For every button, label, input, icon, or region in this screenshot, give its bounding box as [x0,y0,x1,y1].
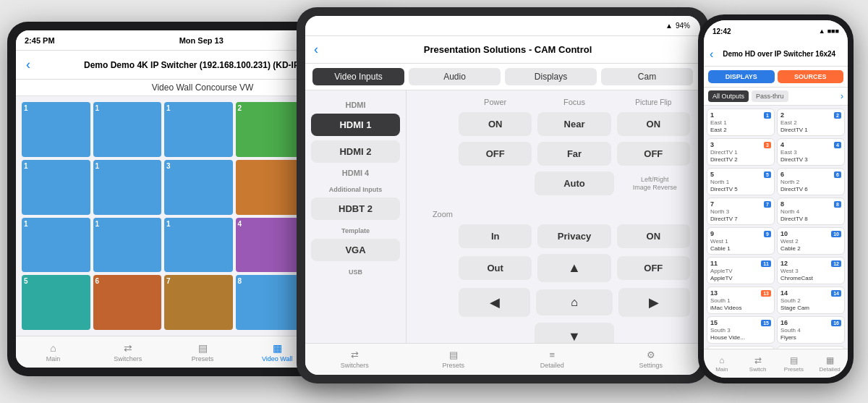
tc-hdmi-label: HDMI [311,101,400,109]
pr-cell-6[interactable]: 6 6 North 2 DirectTV 6 [777,168,845,195]
ctrl-up-arrow[interactable]: ▲ [537,254,610,282]
tc-tabbar: ⇄ Switchers ▤ Presets ≡ Detailed ⚙ Setti… [305,343,700,375]
tc-tab-presets[interactable]: ▤ Presets [404,349,503,369]
tc-hdbt2-btn[interactable]: HDBT 2 [311,198,400,220]
ctrl-row-down: ▼ [417,323,690,343]
ctrl-out-btn[interactable]: Out [459,256,532,280]
phone-screen: 12:42 ▲ ■■■ ‹ Demo HD over IP Switcher 1… [704,20,848,378]
vg-cell-12[interactable]: 4 [236,218,305,273]
tc-battery: 94% [676,22,690,30]
tc-hdmi2-btn[interactable]: HDMI 2 [311,140,400,163]
vg-cell-10[interactable]: 1 [93,218,162,273]
tc-tab-cam[interactable]: Cam [601,68,693,85]
pr-back-button[interactable]: ‹ [710,48,713,61]
tl-tab-switchers[interactable]: ⇄ Switchers [90,342,165,362]
vg-cell-13[interactable]: 5 [22,275,90,330]
pr-cell-1[interactable]: 1 1 East 1 East 2 [707,109,775,136]
vg-cell-6[interactable]: 1 [93,160,162,215]
pr-cell-8[interactable]: 8 8 North 4 DirectTV 8 [777,198,845,225]
tl-tab-switchers-label: Switchers [114,355,142,362]
pr-sub-tab-passthru[interactable]: Pass-thru [752,90,788,102]
ctrl-focus-label: Focus [537,98,610,106]
pr-tab-displays[interactable]: DISPLAYS [708,70,775,83]
tc-tab-settings-label: Settings [639,362,663,369]
pr-tab-switch[interactable]: ⇄ Switch [740,355,776,373]
tc-tab-settings[interactable]: ⚙ Settings [602,349,701,369]
ctrl-off1-btn[interactable]: OFF [459,142,532,166]
ctrl-near-btn[interactable]: Near [537,112,610,136]
pr-cell-7[interactable]: 7 7 North 3 DirectTV 7 [707,198,775,225]
tc-hdmi1-btn[interactable]: HDMI 1 [311,114,400,136]
ctrl-home-btn[interactable]: ⌂ [536,289,612,315]
pr-tab-main[interactable]: ⌂ Main [704,355,740,373]
pr-tab-presets[interactable]: ▤ Presets [776,355,812,373]
tc-main: HDMI HDMI 1 HDMI 2 HDMI 4 Additional Inp… [305,90,700,343]
pr-cell-15[interactable]: 15 15 South 3 House Vide... [707,316,775,344]
ctrl-header-row: Power Focus Picture Flip [417,98,690,106]
tl-tab-presets[interactable]: ▤ Presets [165,342,239,362]
ctrl-picture-flip-label: Picture Flip [617,98,690,106]
pr-tab-sources[interactable]: SOURCES [778,70,844,83]
pr-cell-4[interactable]: 4 4 East 3 DirectTV 3 [777,138,845,166]
tc-detailed-icon: ≡ [549,349,555,360]
ctrl-privacy-btn[interactable]: Privacy [537,224,610,248]
pr-tab-switch-label: Switch [749,366,767,373]
vg-cell-1[interactable]: 1 [22,102,90,157]
vg-cell-9[interactable]: 1 [22,218,90,273]
pr-cell-13[interactable]: 13 13 South 1 iMac Videos [707,287,775,314]
pr-cell-16[interactable]: 16 16 South 4 Flyers [777,316,845,344]
vg-cell-15[interactable]: 7 [164,275,233,330]
pr-cell-14[interactable]: 14 14 South 2 Stage Cam [777,287,845,314]
vg-cell-11[interactable]: 1 [164,218,233,273]
pr-sub-tab-all[interactable]: All Outputs [708,90,749,102]
pr-grid: 1 1 East 1 East 2 2 2 East 2 DirectTV 1 … [704,106,848,349]
pr-cell-2[interactable]: 2 2 East 2 DirectTV 1 [777,109,845,136]
ctrl-row-auto: Auto Left/RightImage Reverse [417,171,690,195]
tl-tab-main[interactable]: ⌂ Main [16,342,90,362]
tc-presets-icon: ▤ [449,349,458,360]
vg-cell-5[interactable]: 1 [22,160,90,215]
ctrl-off2-btn[interactable]: OFF [617,142,690,166]
ctrl-left-arrow[interactable]: ◀ [459,288,530,317]
ctrl-on3-btn[interactable]: ON [617,224,690,248]
tc-tab-displays[interactable]: Displays [505,68,597,85]
vg-cell-7[interactable]: 3 [164,160,233,215]
tc-tab-detailed-label: Detailed [540,362,564,369]
pr-cell-9[interactable]: 9 9 West 1 Cable 1 [707,227,775,255]
videowall-icon: ▦ [273,342,282,354]
tc-tab-video-inputs[interactable]: Video Inputs [312,68,404,85]
vg-cell-3[interactable]: 1 [164,102,233,157]
tc-switchers-icon: ⇄ [351,349,359,360]
ctrl-down-arrow[interactable]: ▼ [535,323,613,343]
vg-cell-2[interactable]: 1 [93,102,162,157]
tc-back-button[interactable]: ‹ [314,42,318,57]
vg-cell-8[interactable] [236,160,305,215]
pr-status-right: ▲ ■■■ [819,27,839,35]
tc-tab-detailed[interactable]: ≡ Detailed [503,349,602,369]
pr-cell-3[interactable]: 3 3 DirectTV 1 DirectTV 2 [707,138,775,166]
pr-cell-11[interactable]: 11 11 AppleTV AppleTV [707,257,775,284]
pr-tabbar: ⌂ Main ⇄ Switch ▤ Presets ▦ Detailed [704,349,848,378]
tc-statusbar: ▲ 94% [305,16,700,36]
ctrl-auto-btn[interactable]: Auto [535,171,613,195]
ctrl-on2-btn[interactable]: ON [617,112,690,136]
vg-cell-4[interactable]: 2 [236,102,305,157]
ctrl-on1-btn[interactable]: ON [459,112,532,136]
ctrl-off3-btn[interactable]: OFF [617,256,690,280]
ctrl-far-btn[interactable]: Far [537,142,610,166]
tl-video-grid: 1 1 1 2 1 1 3 1 1 1 4 5 6 7 8 [16,96,310,336]
tl-back-button[interactable]: ‹ [23,57,33,72]
ctrl-in-btn[interactable]: In [459,224,532,248]
tc-tab-audio[interactable]: Audio [409,68,501,85]
ctrl-right-arrow[interactable]: ▶ [618,288,690,317]
tc-vga-btn[interactable]: VGA [311,239,400,261]
pr-cell-12[interactable]: 12 12 West 3 ChromeCast [777,257,845,284]
pr-cell-5[interactable]: 5 5 North 1 DirectTV 5 [707,168,775,195]
vg-cell-14[interactable]: 6 [93,275,162,330]
pr-tab-detailed[interactable]: ▦ Detailed [812,355,848,373]
vg-cell-16[interactable]: 8 [236,275,305,330]
pr-cell-10[interactable]: 10 10 West 2 Cable 2 [777,227,845,255]
pr-sub-arrow[interactable]: › [841,91,843,101]
tc-tab-switchers[interactable]: ⇄ Switchers [305,349,404,369]
ctrl-row-out-up-off: Out ▲ OFF [417,254,690,282]
